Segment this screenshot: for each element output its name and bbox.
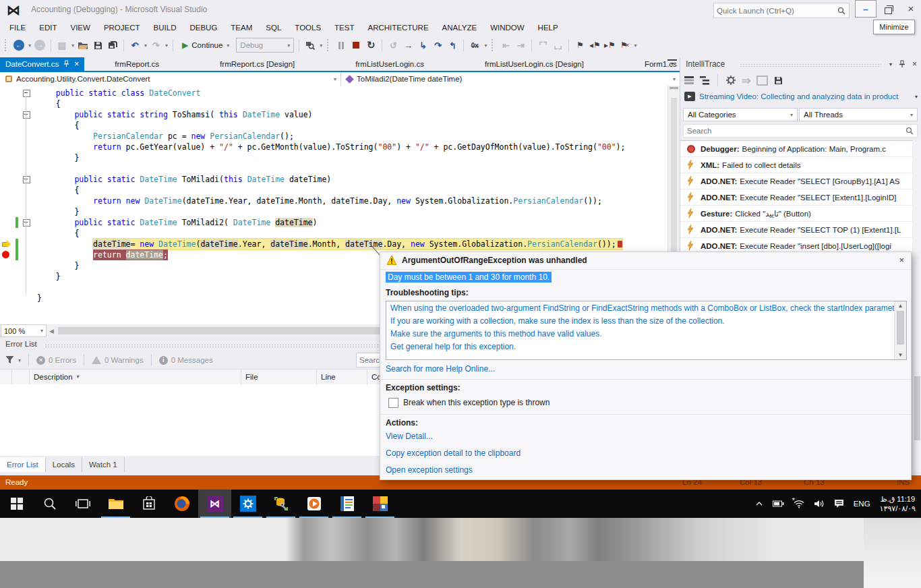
sql-management-studio-button[interactable] bbox=[264, 490, 297, 518]
action-link-1[interactable]: Copy exception detail to the clipboard bbox=[386, 448, 521, 458]
increase-indent-button[interactable]: ⇥ bbox=[514, 38, 527, 53]
streaming-video-row[interactable]: ▶ Streaming Video: Collecting and analyz… bbox=[684, 92, 918, 101]
code-line-4[interactable]: { bbox=[0, 120, 667, 131]
pause-button[interactable] bbox=[335, 38, 347, 53]
timeline-window-icon[interactable] bbox=[756, 76, 768, 86]
save-all-button[interactable] bbox=[107, 38, 119, 53]
stop-debugging-button[interactable] bbox=[350, 38, 362, 53]
tool-tab-locals[interactable]: Locals bbox=[46, 457, 82, 472]
menu-item-build[interactable]: BUILD bbox=[147, 20, 183, 35]
troubleshooting-tip-0[interactable]: When using the overloaded two-argument F… bbox=[386, 301, 895, 314]
toggle-bookmark-button[interactable]: ⚑ bbox=[574, 38, 586, 53]
threads-filter-combo[interactable]: All Threads▾ bbox=[799, 108, 918, 121]
menu-item-view[interactable]: VIEW bbox=[64, 20, 97, 35]
new-item-dropdown[interactable]: ▾ bbox=[71, 42, 74, 49]
dialog-close-button[interactable]: × bbox=[899, 255, 904, 265]
firefox-button[interactable] bbox=[165, 490, 198, 518]
media-player-button[interactable] bbox=[297, 490, 330, 518]
quick-launch-input[interactable] bbox=[714, 7, 837, 15]
next-bookmark-button[interactable]: ▸⚑ bbox=[603, 38, 616, 53]
action-center-icon[interactable] bbox=[834, 499, 844, 508]
wifi-icon[interactable]: * bbox=[794, 500, 804, 508]
microsoft-store-button[interactable] bbox=[132, 490, 165, 518]
exception-message[interactable]: Day must be between 1 and 30 for month 1… bbox=[386, 272, 552, 283]
intellitrace-event-4[interactable]: Gesture: Clicked "تایید" (Button) bbox=[680, 206, 912, 222]
color-tiles-app-button[interactable] bbox=[363, 490, 396, 518]
clock[interactable]: 11:19 ق.ظ۱۳۹۷/۰۸/۰۹ bbox=[880, 494, 916, 513]
fold-toggle[interactable] bbox=[23, 111, 30, 119]
column-file[interactable]: File bbox=[241, 370, 317, 384]
column-description[interactable]: Description▾ bbox=[30, 370, 241, 384]
column-icon2[interactable] bbox=[12, 370, 30, 384]
decrease-indent-button[interactable]: ⇤ bbox=[500, 38, 512, 53]
menu-item-test[interactable]: TEST bbox=[328, 20, 361, 35]
intellitrace-search-input[interactable] bbox=[684, 127, 905, 135]
code-line-14[interactable]: { bbox=[0, 228, 667, 239]
new-item-button[interactable]: ▤ bbox=[56, 38, 68, 53]
troubleshooting-tips-list[interactable]: When using the overloaded two-argument F… bbox=[386, 301, 907, 360]
intellitrace-event-5[interactable]: ADO.NET: Execute Reader "SELECT TOP (1) … bbox=[680, 222, 912, 238]
previous-bookmark-button[interactable]: ◂⚑ bbox=[589, 38, 601, 53]
code-line-12[interactable]: } bbox=[0, 206, 667, 217]
goto-event-icon[interactable]: ⇒ bbox=[742, 74, 750, 87]
menu-item-sql[interactable]: SQL bbox=[259, 20, 288, 35]
breakpoint-icon[interactable] bbox=[2, 251, 9, 258]
code-line-9[interactable]: public static DateTime ToMiladi(this Dat… bbox=[0, 174, 667, 185]
continue-button[interactable]: ▶ Continue ▾ bbox=[178, 38, 233, 53]
redo-button[interactable]: ↷ bbox=[150, 38, 162, 53]
streaming-video-link[interactable]: Streaming Video: Collecting and analyzin… bbox=[699, 92, 911, 100]
restore-button[interactable] bbox=[878, 0, 898, 18]
menu-item-file[interactable]: FILE bbox=[3, 20, 32, 35]
code-line-10[interactable]: { bbox=[0, 185, 667, 196]
intellitrace-event-1[interactable]: XML: Failed to collect details bbox=[680, 157, 912, 173]
save-log-icon[interactable] bbox=[774, 76, 783, 85]
quick-launch-box[interactable] bbox=[713, 3, 850, 18]
intellitrace-event-3[interactable]: ADO.NET: Execute Reader "SELECT [Extent1… bbox=[680, 189, 912, 206]
menu-item-team[interactable]: TEAM bbox=[224, 20, 259, 35]
fold-toggle[interactable] bbox=[23, 176, 30, 183]
clear-bookmarks-button[interactable]: ⚑× bbox=[618, 38, 630, 53]
column-icon[interactable] bbox=[0, 370, 12, 384]
document-tab-2[interactable]: frmReport.cs [Design] bbox=[189, 57, 325, 71]
events-view-icon[interactable] bbox=[684, 76, 694, 85]
task-view-button[interactable] bbox=[66, 490, 99, 518]
show-next-statement-button[interactable]: ↺ bbox=[387, 38, 399, 53]
tool-tab-watch-1[interactable]: Watch 1 bbox=[82, 457, 125, 472]
member-selector[interactable]: ToMiladi2(DateTime dateTime) ▾ bbox=[341, 72, 680, 86]
step-into-button[interactable]: ↳ bbox=[417, 38, 429, 53]
run-to-cursor-button[interactable]: → bbox=[402, 38, 414, 53]
document-app-button[interactable] bbox=[330, 490, 363, 518]
action-link-0[interactable]: View Detail... bbox=[386, 432, 433, 441]
code-line-1[interactable]: public static class DateConvert bbox=[0, 88, 667, 98]
scroll-down-icon[interactable]: ▼ bbox=[895, 352, 906, 358]
code-line-13[interactable]: public static DateTime ToMiladi2( DateTi… bbox=[0, 217, 667, 228]
hex-dropdown[interactable]: ▾ bbox=[484, 42, 487, 49]
redo-dropdown[interactable]: ▾ bbox=[165, 42, 168, 49]
categories-filter-combo[interactable]: All Categories▾ bbox=[683, 108, 798, 121]
uncomment-button[interactable]: ⌞⌟ bbox=[552, 38, 564, 53]
find-dropdown[interactable]: ▾ bbox=[320, 42, 322, 49]
pin-icon[interactable] bbox=[899, 60, 905, 68]
scope-selector[interactable]: Accounting.Utility.Convert.DateConvert ▾ bbox=[0, 72, 341, 86]
tool-tab-error-list[interactable]: Error List bbox=[0, 457, 46, 472]
menu-item-help[interactable]: HELP bbox=[531, 20, 565, 35]
action-link-2[interactable]: Open exception settings bbox=[386, 465, 473, 475]
open-file-button[interactable] bbox=[77, 38, 89, 53]
menu-item-analyze[interactable]: ANALYZE bbox=[436, 20, 484, 35]
more-help-link[interactable]: Search for more Help Online... bbox=[386, 364, 495, 374]
document-tab-4[interactable]: frmListUserLogin.cs [Design] bbox=[454, 57, 614, 71]
hscroll-left-arrow[interactable]: ◀ bbox=[49, 328, 54, 334]
menu-item-debug[interactable]: DEBUG bbox=[183, 20, 224, 35]
start-button[interactable] bbox=[0, 490, 33, 518]
document-tab-0[interactable]: DateConvert.cs× bbox=[0, 57, 84, 71]
intellitrace-search-box[interactable] bbox=[683, 124, 918, 138]
pin-icon[interactable] bbox=[63, 60, 69, 69]
code-line-7[interactable]: } bbox=[0, 152, 667, 163]
code-line-2[interactable]: { bbox=[0, 98, 667, 109]
settings-button[interactable] bbox=[231, 490, 264, 518]
code-line-8[interactable] bbox=[0, 163, 667, 174]
scrollbar-thumb[interactable] bbox=[914, 376, 920, 440]
intellitrace-event-2[interactable]: ADO.NET: Execute Reader "SELECT [GroupBy… bbox=[680, 173, 912, 189]
code-line-15[interactable]: dateTime= new DateTime(dateTime.Year, da… bbox=[0, 239, 667, 249]
zoom-selector[interactable]: 100 %▾ bbox=[1, 324, 47, 337]
